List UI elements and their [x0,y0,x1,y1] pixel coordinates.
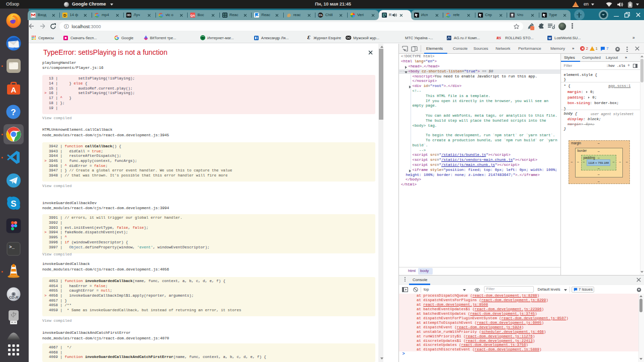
svg-text:W: W [548,36,551,39]
svg-text:>_: >_ [9,245,15,250]
svg-text:Ch: Ch [318,14,323,17]
svg-text:QA: QA [191,14,196,17]
svg-text:D: D [63,13,66,18]
svg-text:CD-R: CD-R [9,295,19,300]
svg-text:S: S [11,199,16,209]
svg-text:?: ? [11,108,16,117]
svg-text:A: A [11,85,17,94]
